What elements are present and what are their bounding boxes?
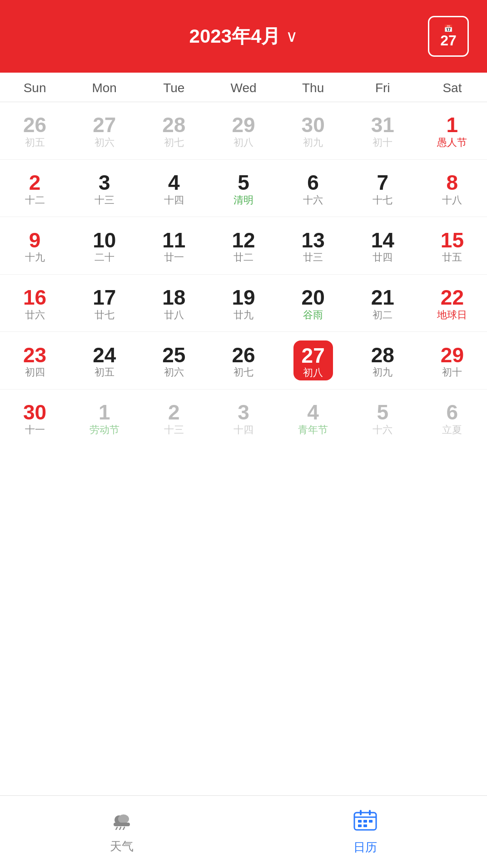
cal-day-may6[interactable]: 6立夏 [417,390,487,447]
calendar-week-1: 26初五 27初六 28初七 29初八 30初九 31初十 1愚人节 [0,102,487,160]
cal-day-apr2[interactable]: 2十二 [0,160,70,217]
month-year-text: 2023年4月 [189,24,281,49]
cal-day-apr17[interactable]: 17廿七 [70,275,139,332]
nav-weather-label: 天气 [110,838,134,854]
nav-weather[interactable]: 天气 [0,810,244,854]
cal-day-apr16[interactable]: 16廿六 [0,275,70,332]
svg-line-5 [123,827,124,830]
cal-day-may1[interactable]: 1劳动节 [70,390,139,447]
svg-rect-14 [363,824,367,827]
cal-day-apr30[interactable]: 30十一 [0,390,70,447]
dow-sat: Sat [417,81,487,95]
month-title[interactable]: 2023年4月 ∨ [189,24,298,49]
cal-day-apr20[interactable]: 20谷雨 [278,275,348,332]
cal-day-may3[interactable]: 3十四 [209,390,278,447]
cal-day-may4[interactable]: 4青年节 [278,390,348,447]
calendar-week-2: 2十二 3十三 4十四 5清明 6十六 7十七 8十八 [0,160,487,217]
svg-rect-2 [114,823,130,826]
content-area [0,451,487,796]
svg-rect-12 [369,820,373,823]
cal-day-apr3[interactable]: 3十三 [70,160,139,217]
cal-day-apr13[interactable]: 13廿三 [278,217,348,274]
svg-line-4 [119,827,121,830]
chevron-down-icon[interactable]: ∨ [286,27,298,46]
cal-day-apr28[interactable]: 28初九 [348,332,417,389]
cal-day-apr18[interactable]: 18廿八 [139,275,209,332]
cal-day-mar30[interactable]: 30初九 [278,102,348,159]
day-of-week-header: Sun Mon Tue Wed Thu Fri Sat [0,73,487,102]
cal-day-apr19[interactable]: 19廿九 [209,275,278,332]
today-button[interactable]: 📅 27 [428,16,469,57]
cal-day-apr29[interactable]: 29初十 [417,332,487,389]
dow-sun: Sun [0,81,70,95]
cal-day-apr21[interactable]: 21初二 [348,275,417,332]
today-date-number: 27 [440,33,457,48]
cal-day-apr23[interactable]: 23初四 [0,332,70,389]
weather-icon [110,810,134,835]
cal-day-mar26[interactable]: 26初五 [0,102,70,159]
dow-fri: Fri [348,81,417,95]
cal-day-apr27-today[interactable]: 27 初八 [278,332,348,389]
calendar-icon-top: 📅 [444,25,453,32]
cal-day-mar31[interactable]: 31初十 [348,102,417,159]
cal-day-apr5[interactable]: 5清明 [209,160,278,217]
cal-day-mar29[interactable]: 29初八 [209,102,278,159]
nav-calendar[interactable]: 日历 [244,809,487,855]
cal-day-apr25[interactable]: 25初六 [139,332,209,389]
cal-day-apr7[interactable]: 7十七 [348,160,417,217]
svg-rect-13 [358,824,362,827]
cal-day-apr11[interactable]: 11廿一 [139,217,209,274]
cal-day-apr12[interactable]: 12廿二 [209,217,278,274]
bottom-navigation: 天气 日历 [0,795,487,868]
svg-line-3 [116,827,117,830]
cal-day-apr14[interactable]: 14廿四 [348,217,417,274]
cal-day-may2[interactable]: 2十三 [139,390,209,447]
dow-wed: Wed [209,81,278,95]
calendar-week-5: 23初四 24初五 25初六 26初七 27 初八 28初九 29初十 [0,332,487,390]
nav-calendar-label: 日历 [353,839,377,855]
dow-mon: Mon [70,81,139,95]
cal-day-may5[interactable]: 5十六 [348,390,417,447]
cal-day-apr10[interactable]: 10二十 [70,217,139,274]
cal-day-mar27[interactable]: 27初六 [70,102,139,159]
svg-rect-10 [358,820,362,823]
calendar-week-3: 9十九 10二十 11廿一 12廿二 13廿三 14廿四 15廿五 [0,217,487,275]
svg-rect-8 [360,810,362,815]
svg-rect-9 [369,810,371,815]
cal-day-apr15[interactable]: 15廿五 [417,217,487,274]
calendar-week-4: 16廿六 17廿七 18廿八 19廿九 20谷雨 21初二 22地球日 [0,275,487,332]
cal-day-mar28[interactable]: 28初七 [139,102,209,159]
calendar-header: 2023年4月 ∨ 📅 27 [0,0,487,73]
svg-rect-11 [363,820,367,823]
cal-day-apr1[interactable]: 1愚人节 [417,102,487,159]
calendar-nav-icon [353,809,377,836]
dow-thu: Thu [278,81,348,95]
svg-point-1 [118,814,129,824]
cal-day-apr24[interactable]: 24初五 [70,332,139,389]
cal-day-apr9[interactable]: 9十九 [0,217,70,274]
cal-day-apr8[interactable]: 8十八 [417,160,487,217]
cal-day-apr22[interactable]: 22地球日 [417,275,487,332]
cal-day-apr4[interactable]: 4十四 [139,160,209,217]
calendar-week-6: 30十一 1劳动节 2十三 3十四 4青年节 5十六 6立夏 [0,390,487,447]
calendar-grid: 26初五 27初六 28初七 29初八 30初九 31初十 1愚人节 2十二 3… [0,102,487,451]
cal-day-apr6[interactable]: 6十六 [278,160,348,217]
cal-day-apr26[interactable]: 26初七 [209,332,278,389]
dow-tue: Tue [139,81,209,95]
